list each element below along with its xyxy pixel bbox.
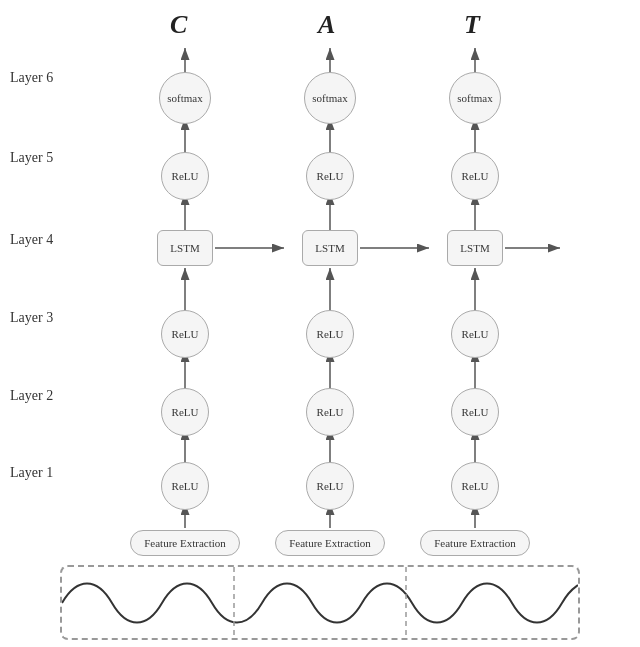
waveform-svg bbox=[62, 567, 578, 638]
col-header-t: T bbox=[464, 10, 480, 40]
node-t-relu3: ReLU bbox=[451, 310, 499, 358]
node-c-softmax: softmax bbox=[159, 72, 211, 124]
col-header-c: C bbox=[170, 10, 187, 40]
node-a-relu1: ReLU bbox=[306, 462, 354, 510]
feat-box-t: Feature Extraction bbox=[420, 530, 530, 556]
node-a-relu3: ReLU bbox=[306, 310, 354, 358]
waveform-area bbox=[60, 565, 580, 640]
layer-label-3: Layer 3 bbox=[10, 310, 53, 326]
col-header-a: A bbox=[318, 10, 335, 40]
node-t-relu5: ReLU bbox=[451, 152, 499, 200]
feat-box-a: Feature Extraction bbox=[275, 530, 385, 556]
node-c-relu5: ReLU bbox=[161, 152, 209, 200]
feat-box-c: Feature Extraction bbox=[130, 530, 240, 556]
node-c-relu2: ReLU bbox=[161, 388, 209, 436]
node-t-lstm: LSTM bbox=[447, 230, 503, 266]
node-c-lstm: LSTM bbox=[157, 230, 213, 266]
layer-label-5: Layer 5 bbox=[10, 150, 53, 166]
node-a-relu2: ReLU bbox=[306, 388, 354, 436]
node-t-relu2: ReLU bbox=[451, 388, 499, 436]
node-a-relu5: ReLU bbox=[306, 152, 354, 200]
node-c-relu1: ReLU bbox=[161, 462, 209, 510]
node-a-softmax: softmax bbox=[304, 72, 356, 124]
diagram-container: C A T Layer 6 Layer 5 Layer 4 Layer 3 La… bbox=[0, 0, 640, 647]
node-c-relu3: ReLU bbox=[161, 310, 209, 358]
layer-label-6: Layer 6 bbox=[10, 70, 53, 86]
node-t-softmax: softmax bbox=[449, 72, 501, 124]
layer-label-4: Layer 4 bbox=[10, 232, 53, 248]
layer-label-1: Layer 1 bbox=[10, 465, 53, 481]
node-a-lstm: LSTM bbox=[302, 230, 358, 266]
node-t-relu1: ReLU bbox=[451, 462, 499, 510]
layer-label-2: Layer 2 bbox=[10, 388, 53, 404]
